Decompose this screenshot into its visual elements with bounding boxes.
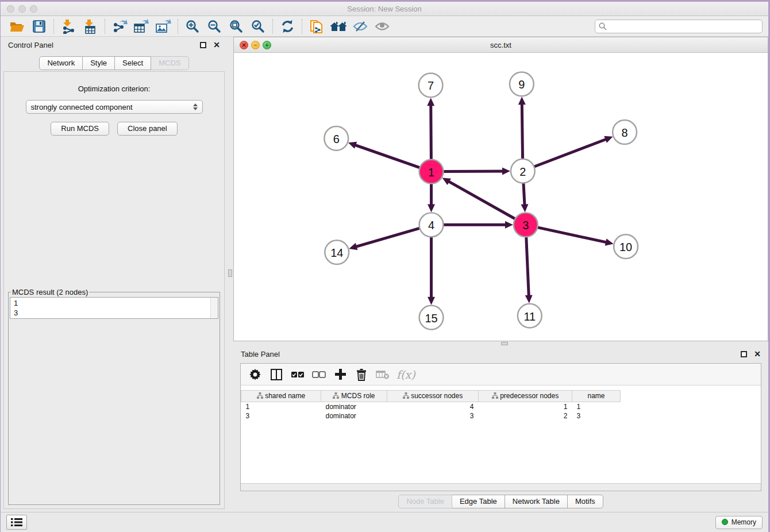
export-table-icon[interactable] bbox=[130, 18, 152, 35]
graph-edge[interactable] bbox=[355, 228, 422, 247]
export-network-icon[interactable] bbox=[109, 18, 130, 35]
criterion-value: strongly connected component bbox=[31, 103, 133, 111]
table-cell[interactable]: 2 bbox=[479, 411, 572, 421]
graph-node-label: 7 bbox=[428, 79, 434, 92]
tab-network[interactable]: Network bbox=[39, 56, 83, 70]
table-cell[interactable]: 3 bbox=[572, 411, 621, 421]
add-row-icon[interactable] bbox=[333, 367, 348, 382]
search-input[interactable] bbox=[595, 20, 763, 33]
right-column: ✕ − + scc.txt 1234678910111415 Table Pan… bbox=[233, 37, 768, 512]
deselect-all-icon[interactable] bbox=[311, 367, 326, 382]
graph-edge[interactable] bbox=[522, 103, 522, 161]
graph-edge[interactable] bbox=[523, 182, 525, 206]
close-panel-icon[interactable]: ✕ bbox=[754, 350, 761, 358]
zoom-selected-icon[interactable] bbox=[247, 18, 269, 35]
control-panel-title: Control Panel bbox=[8, 41, 200, 49]
memory-button[interactable]: Memory bbox=[715, 516, 763, 529]
select-all-icon[interactable] bbox=[290, 367, 305, 382]
graph-edge[interactable] bbox=[448, 181, 517, 220]
frame-minimize-icon[interactable]: − bbox=[251, 41, 260, 49]
table-cell[interactable]: 1 bbox=[572, 402, 621, 411]
run-mcds-button[interactable]: Run MCDS bbox=[51, 122, 109, 136]
table-cell[interactable]: 3 bbox=[387, 411, 479, 421]
export-image-icon[interactable] bbox=[152, 18, 174, 35]
float-panel-icon[interactable] bbox=[200, 42, 206, 48]
column-header[interactable]: predecessor nodes bbox=[479, 391, 572, 402]
main-toolbar bbox=[1, 16, 768, 37]
table-row[interactable]: 1dominator411 bbox=[241, 402, 621, 411]
graph-edge[interactable] bbox=[533, 139, 607, 168]
table-cell[interactable]: 4 bbox=[387, 402, 479, 411]
frame-close-icon[interactable]: ✕ bbox=[240, 41, 248, 49]
refresh-icon[interactable] bbox=[276, 18, 298, 35]
result-line: 3 bbox=[14, 308, 214, 318]
clone-network-icon[interactable] bbox=[306, 18, 328, 35]
import-table-icon[interactable] bbox=[79, 18, 101, 35]
close-panel-icon[interactable]: ✕ bbox=[213, 41, 220, 49]
criterion-select[interactable]: strongly connected component bbox=[26, 100, 203, 114]
graph-node-label: 9 bbox=[518, 78, 525, 91]
table-row[interactable]: 3dominator323 bbox=[241, 411, 621, 421]
vertical-splitter[interactable] bbox=[228, 37, 233, 512]
graph-edge[interactable] bbox=[536, 227, 607, 242]
tab-style[interactable]: Style bbox=[83, 56, 115, 70]
network-canvas[interactable]: 1234678910111415 bbox=[234, 53, 768, 341]
delete-row-icon[interactable] bbox=[354, 367, 369, 382]
table-cell[interactable]: dominator bbox=[321, 402, 387, 411]
column-header[interactable]: successor nodes bbox=[387, 391, 479, 402]
zoom-fit-icon[interactable] bbox=[225, 18, 247, 35]
hide-style-icon[interactable] bbox=[349, 18, 371, 35]
graph-edge[interactable] bbox=[526, 235, 529, 297]
import-network-icon[interactable] bbox=[57, 18, 79, 35]
horizontal-splitter[interactable] bbox=[233, 341, 768, 346]
open-folder-icon[interactable] bbox=[6, 18, 28, 35]
column-header[interactable]: name bbox=[572, 391, 621, 402]
frame-maximize-icon[interactable]: + bbox=[263, 41, 271, 49]
table-cell[interactable]: 1 bbox=[241, 402, 321, 411]
split-pane-icon[interactable] bbox=[269, 367, 284, 382]
splitter-grip[interactable] bbox=[228, 269, 232, 277]
save-icon[interactable] bbox=[28, 18, 50, 35]
task-list-button[interactable] bbox=[6, 515, 27, 530]
graph-node-label: 2 bbox=[519, 165, 526, 178]
tab-select[interactable]: Select bbox=[115, 56, 151, 70]
zoom-out-icon[interactable] bbox=[203, 18, 225, 35]
home-icon[interactable] bbox=[328, 18, 349, 35]
tab-mcds[interactable]: MCDS bbox=[151, 56, 188, 70]
tab-node-table[interactable]: Node Table bbox=[398, 495, 452, 508]
select-stepper-icon bbox=[193, 103, 198, 110]
tab-network-table[interactable]: Network Table bbox=[505, 495, 568, 508]
gear-icon[interactable] bbox=[248, 367, 263, 382]
graph-edge-arrow-icon bbox=[525, 295, 533, 303]
scrollbar[interactable] bbox=[210, 298, 218, 318]
memory-status-icon bbox=[722, 519, 728, 525]
toolbar-separator bbox=[178, 19, 178, 34]
table-cell[interactable]: 1 bbox=[479, 402, 572, 411]
graph-node-label: 10 bbox=[619, 241, 632, 253]
graph-edge[interactable] bbox=[431, 104, 432, 161]
table-cell[interactable]: 3 bbox=[241, 411, 321, 421]
graph-edge-arrow-icon bbox=[518, 97, 526, 105]
column-header[interactable]: shared name bbox=[241, 391, 321, 402]
horizontal-scrollbar[interactable] bbox=[241, 483, 761, 491]
graph-edge[interactable] bbox=[441, 171, 504, 172]
graph-node-label: 8 bbox=[622, 126, 628, 139]
graph-edge[interactable] bbox=[354, 145, 421, 168]
maximize-window-icon[interactable] bbox=[30, 5, 37, 13]
eye-icon[interactable] bbox=[371, 18, 393, 35]
node-table-container: f(x) shared name MCDS role successor nod… bbox=[240, 363, 761, 491]
mcds-result-box[interactable]: 1 3 bbox=[10, 297, 218, 319]
graph-edge-arrow-icon bbox=[428, 204, 435, 212]
close-panel-button[interactable]: Close panel bbox=[117, 122, 178, 136]
minimize-window-icon[interactable] bbox=[18, 5, 26, 13]
float-panel-icon[interactable] bbox=[741, 351, 747, 357]
tab-motifs[interactable]: Motifs bbox=[568, 495, 603, 508]
tab-edge-table[interactable]: Edge Table bbox=[452, 495, 505, 508]
splitter-grip[interactable] bbox=[501, 342, 508, 345]
network-window-title: scc.txt bbox=[490, 41, 511, 49]
zoom-in-icon[interactable] bbox=[182, 18, 203, 35]
graph-edge-arrow-icon bbox=[505, 221, 513, 229]
table-cell[interactable]: dominator bbox=[321, 411, 387, 421]
close-window-icon[interactable] bbox=[7, 5, 14, 13]
column-header[interactable]: MCDS role bbox=[321, 391, 387, 402]
